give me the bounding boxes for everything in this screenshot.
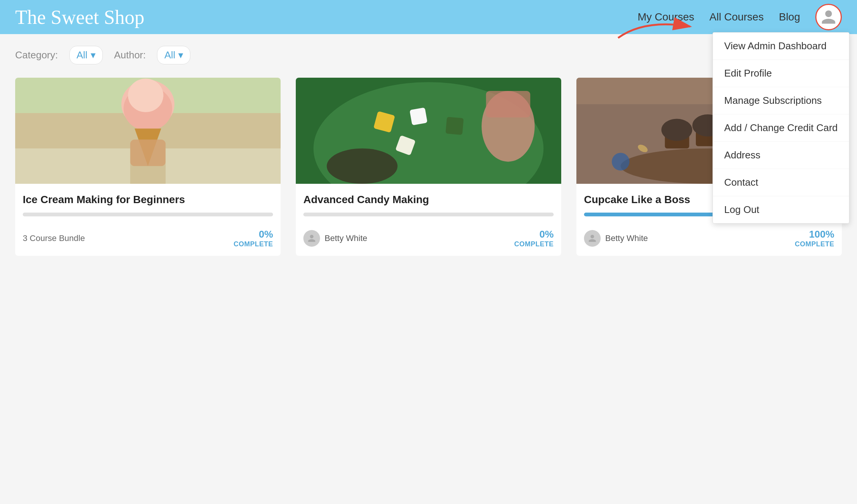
course-footer-ice-cream: 3 Course Bundle 0% COMPLETE	[15, 222, 281, 256]
nav-my-courses[interactable]: My Courses	[637, 11, 694, 23]
svg-rect-8	[15, 149, 130, 184]
author-chevron-icon: ▾	[178, 49, 183, 61]
complete-pct-ice-cream: 0%	[234, 229, 273, 240]
course-card-candy[interactable]: Advanced Candy Making Betty White 0%	[296, 78, 561, 256]
author-row-cupcake: Betty White	[584, 230, 648, 247]
menu-item-contact[interactable]: Contact	[713, 169, 849, 196]
author-avatar-candy	[303, 230, 320, 247]
course-thumb-candy	[296, 78, 561, 184]
svg-point-29	[612, 153, 629, 171]
course-body-ice-cream: Ice Cream Making for Beginners	[15, 185, 281, 216]
author-name-cupcake: Betty White	[605, 233, 648, 243]
category-label: Category:	[15, 49, 58, 61]
course-body-candy: Advanced Candy Making	[296, 185, 561, 216]
complete-pct-candy: 0%	[514, 229, 554, 240]
category-chevron-icon: ▾	[91, 49, 96, 61]
menu-item-view-admin[interactable]: View Admin Dashboard	[713, 33, 849, 60]
author-avatar-cupcake	[584, 230, 601, 247]
user-dropdown-menu: View Admin Dashboard Edit Profile Manage…	[713, 32, 849, 224]
category-value: All	[77, 49, 88, 61]
course-footer-candy: Betty White 0% COMPLETE	[296, 222, 561, 256]
author-row-candy: Betty White	[303, 230, 367, 247]
user-avatar-button[interactable]	[815, 4, 842, 30]
author-select[interactable]: All ▾	[157, 46, 190, 64]
svg-rect-13	[410, 108, 427, 125]
author-name-candy: Betty White	[325, 233, 367, 243]
course-title-candy: Advanced Candy Making	[303, 193, 554, 207]
author-avatar-icon-cupcake	[587, 233, 598, 244]
nav: My Courses All Courses Blog	[637, 4, 842, 30]
course-footer-cupcake: Betty White 100% COMPLETE	[576, 222, 842, 256]
author-value: All	[164, 49, 175, 61]
bundle-label-ice-cream: 3 Course Bundle	[23, 233, 85, 243]
nav-blog[interactable]: Blog	[779, 11, 800, 23]
menu-item-edit-profile[interactable]: Edit Profile	[713, 60, 849, 87]
svg-rect-17	[486, 91, 531, 117]
progress-bar-candy	[303, 213, 554, 216]
complete-label-ice-cream: 0% COMPLETE	[234, 229, 273, 248]
author-avatar-icon-candy	[306, 233, 317, 244]
complete-pct-cupcake: 100%	[795, 229, 834, 240]
course-card-ice-cream[interactable]: Ice Cream Making for Beginners 3 Course …	[15, 78, 281, 256]
course-thumb-ice-cream	[15, 78, 281, 184]
svg-rect-9	[166, 149, 281, 184]
menu-item-add-credit-card[interactable]: Add / Change Credit Card	[713, 114, 849, 142]
author-label: Author:	[114, 49, 146, 61]
complete-label-cupcake: 100% COMPLETE	[795, 229, 834, 248]
complete-label-candy: 0% COMPLETE	[514, 229, 554, 248]
svg-rect-14	[446, 117, 464, 135]
header: The Sweet Shop My Courses All Courses Bl…	[0, 0, 857, 34]
svg-point-18	[327, 149, 398, 184]
complete-text-cupcake: COMPLETE	[795, 240, 834, 248]
course-title-ice-cream: Ice Cream Making for Beginners	[23, 193, 273, 207]
menu-item-manage-subscriptions[interactable]: Manage Subscriptions	[713, 87, 849, 114]
complete-text-candy: COMPLETE	[514, 240, 554, 248]
progress-bar-ice-cream	[23, 213, 273, 216]
category-select[interactable]: All ▾	[69, 46, 103, 64]
menu-item-address[interactable]: Address	[713, 142, 849, 169]
user-icon	[820, 9, 837, 25]
svg-point-6	[128, 78, 163, 112]
complete-text-ice-cream: COMPLETE	[234, 240, 273, 248]
menu-item-log-out[interactable]: Log Out	[713, 196, 849, 223]
svg-point-22	[661, 119, 692, 141]
logo: The Sweet Shop	[15, 6, 144, 28]
svg-rect-7	[130, 139, 165, 166]
nav-all-courses[interactable]: All Courses	[709, 11, 764, 23]
